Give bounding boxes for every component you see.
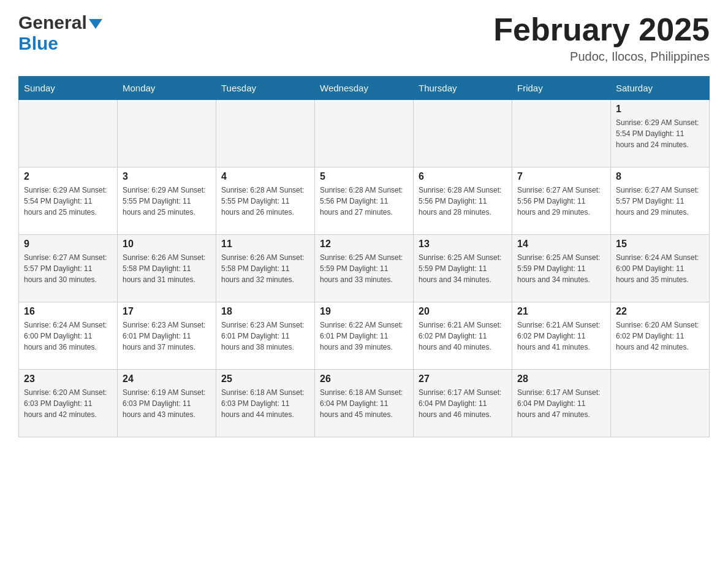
day-number: 4 (221, 171, 309, 182)
day-number: 9 (24, 239, 112, 250)
table-row (118, 100, 216, 167)
table-row: 28Sunrise: 6:17 AM Sunset: 6:04 PM Dayli… (512, 370, 611, 437)
table-row: 22Sunrise: 6:20 AM Sunset: 6:02 PM Dayli… (611, 302, 710, 370)
day-number: 7 (517, 171, 605, 182)
col-sunday: Sunday (19, 77, 118, 100)
table-row: 17Sunrise: 6:23 AM Sunset: 6:01 PM Dayli… (118, 302, 216, 370)
table-row: 3Sunrise: 6:29 AM Sunset: 5:55 PM Daylig… (118, 167, 216, 235)
day-info: Sunrise: 6:26 AM Sunset: 5:58 PM Dayligh… (123, 252, 211, 285)
day-number: 24 (123, 373, 211, 385)
table-row: 4Sunrise: 6:28 AM Sunset: 5:55 PM Daylig… (216, 167, 315, 235)
day-number: 18 (221, 306, 309, 317)
day-info: Sunrise: 6:23 AM Sunset: 6:01 PM Dayligh… (123, 320, 211, 353)
day-number: 16 (24, 306, 112, 317)
table-row: 27Sunrise: 6:17 AM Sunset: 6:04 PM Dayli… (414, 370, 512, 437)
calendar-week-row: 2Sunrise: 6:29 AM Sunset: 5:54 PM Daylig… (19, 167, 710, 235)
table-row: 10Sunrise: 6:26 AM Sunset: 5:58 PM Dayli… (118, 235, 216, 302)
day-number: 5 (320, 171, 408, 182)
day-number: 3 (123, 171, 211, 182)
day-number: 27 (419, 373, 507, 385)
table-row: 11Sunrise: 6:26 AM Sunset: 5:58 PM Dayli… (216, 235, 315, 302)
day-info: Sunrise: 6:24 AM Sunset: 6:00 PM Dayligh… (24, 320, 112, 353)
day-info: Sunrise: 6:18 AM Sunset: 6:03 PM Dayligh… (221, 387, 309, 420)
day-info: Sunrise: 6:27 AM Sunset: 5:57 PM Dayligh… (24, 252, 112, 285)
table-row (414, 100, 512, 167)
table-row: 15Sunrise: 6:24 AM Sunset: 6:00 PM Dayli… (611, 235, 710, 302)
day-number: 11 (221, 239, 309, 250)
day-info: Sunrise: 6:25 AM Sunset: 5:59 PM Dayligh… (320, 252, 408, 285)
table-row: 25Sunrise: 6:18 AM Sunset: 6:03 PM Dayli… (216, 370, 315, 437)
table-row: 5Sunrise: 6:28 AM Sunset: 5:56 PM Daylig… (315, 167, 414, 235)
calendar-week-row: 1Sunrise: 6:29 AM Sunset: 5:54 PM Daylig… (19, 100, 710, 167)
day-number: 21 (517, 306, 605, 317)
day-info: Sunrise: 6:28 AM Sunset: 5:56 PM Dayligh… (419, 185, 507, 218)
day-info: Sunrise: 6:24 AM Sunset: 6:00 PM Dayligh… (616, 252, 704, 285)
table-row: 19Sunrise: 6:22 AM Sunset: 6:01 PM Dayli… (315, 302, 414, 370)
table-row (512, 100, 611, 167)
day-number: 6 (419, 171, 507, 182)
day-info: Sunrise: 6:19 AM Sunset: 6:03 PM Dayligh… (123, 387, 211, 420)
table-row: 6Sunrise: 6:28 AM Sunset: 5:56 PM Daylig… (414, 167, 512, 235)
calendar-header-row: Sunday Monday Tuesday Wednesday Thursday… (19, 77, 710, 100)
day-number: 1 (616, 104, 704, 115)
col-tuesday: Tuesday (216, 77, 315, 100)
day-number: 22 (616, 306, 704, 317)
day-info: Sunrise: 6:25 AM Sunset: 5:59 PM Dayligh… (517, 252, 605, 285)
day-info: Sunrise: 6:25 AM Sunset: 5:59 PM Dayligh… (419, 252, 507, 285)
day-number: 26 (320, 373, 408, 385)
title-block: February 2025 Pudoc, Ilocos, Philippines (493, 12, 710, 64)
location-subtitle: Pudoc, Ilocos, Philippines (493, 50, 710, 64)
day-number: 17 (123, 306, 211, 317)
day-info: Sunrise: 6:23 AM Sunset: 6:01 PM Dayligh… (221, 320, 309, 353)
table-row: 18Sunrise: 6:23 AM Sunset: 6:01 PM Dayli… (216, 302, 315, 370)
day-info: Sunrise: 6:21 AM Sunset: 6:02 PM Dayligh… (419, 320, 507, 353)
day-number: 28 (517, 373, 605, 385)
day-info: Sunrise: 6:29 AM Sunset: 5:54 PM Dayligh… (616, 117, 704, 150)
table-row: 9Sunrise: 6:27 AM Sunset: 5:57 PM Daylig… (19, 235, 118, 302)
calendar-week-row: 23Sunrise: 6:20 AM Sunset: 6:03 PM Dayli… (19, 370, 710, 437)
calendar-table: Sunday Monday Tuesday Wednesday Thursday… (18, 76, 710, 437)
day-info: Sunrise: 6:27 AM Sunset: 5:56 PM Dayligh… (517, 185, 605, 218)
day-info: Sunrise: 6:17 AM Sunset: 6:04 PM Dayligh… (419, 387, 507, 420)
month-title: February 2025 (493, 12, 710, 47)
day-number: 23 (24, 373, 112, 385)
col-thursday: Thursday (414, 77, 512, 100)
table-row: 13Sunrise: 6:25 AM Sunset: 5:59 PM Dayli… (414, 235, 512, 302)
table-row: 8Sunrise: 6:27 AM Sunset: 5:57 PM Daylig… (611, 167, 710, 235)
table-row: 2Sunrise: 6:29 AM Sunset: 5:54 PM Daylig… (19, 167, 118, 235)
table-row: 20Sunrise: 6:21 AM Sunset: 6:02 PM Dayli… (414, 302, 512, 370)
table-row: 14Sunrise: 6:25 AM Sunset: 5:59 PM Dayli… (512, 235, 611, 302)
logo-blue-text: Blue (18, 33, 58, 53)
day-number: 15 (616, 239, 704, 250)
table-row (315, 100, 414, 167)
day-number: 19 (320, 306, 408, 317)
day-info: Sunrise: 6:18 AM Sunset: 6:04 PM Dayligh… (320, 387, 408, 420)
table-row: 24Sunrise: 6:19 AM Sunset: 6:03 PM Dayli… (118, 370, 216, 437)
day-info: Sunrise: 6:20 AM Sunset: 6:03 PM Dayligh… (24, 387, 112, 420)
logo: General Blue (18, 12, 102, 54)
day-info: Sunrise: 6:21 AM Sunset: 6:02 PM Dayligh… (517, 320, 605, 353)
page-header: General Blue February 2025 Pudoc, Ilocos… (18, 12, 710, 64)
col-friday: Friday (512, 77, 611, 100)
day-number: 2 (24, 171, 112, 182)
day-info: Sunrise: 6:28 AM Sunset: 5:56 PM Dayligh… (320, 185, 408, 218)
table-row: 1Sunrise: 6:29 AM Sunset: 5:54 PM Daylig… (611, 100, 710, 167)
col-wednesday: Wednesday (315, 77, 414, 100)
logo-general-text: General (18, 12, 87, 33)
day-number: 10 (123, 239, 211, 250)
day-info: Sunrise: 6:29 AM Sunset: 5:55 PM Dayligh… (123, 185, 211, 218)
logo-triangle-icon (89, 19, 102, 29)
day-number: 12 (320, 239, 408, 250)
day-info: Sunrise: 6:27 AM Sunset: 5:57 PM Dayligh… (616, 185, 704, 218)
day-number: 8 (616, 171, 704, 182)
table-row: 7Sunrise: 6:27 AM Sunset: 5:56 PM Daylig… (512, 167, 611, 235)
table-row: 21Sunrise: 6:21 AM Sunset: 6:02 PM Dayli… (512, 302, 611, 370)
table-row (216, 100, 315, 167)
table-row: 16Sunrise: 6:24 AM Sunset: 6:00 PM Dayli… (19, 302, 118, 370)
day-info: Sunrise: 6:29 AM Sunset: 5:54 PM Dayligh… (24, 185, 112, 218)
day-info: Sunrise: 6:22 AM Sunset: 6:01 PM Dayligh… (320, 320, 408, 353)
col-saturday: Saturday (611, 77, 710, 100)
table-row (19, 100, 118, 167)
day-number: 25 (221, 373, 309, 385)
day-number: 13 (419, 239, 507, 250)
